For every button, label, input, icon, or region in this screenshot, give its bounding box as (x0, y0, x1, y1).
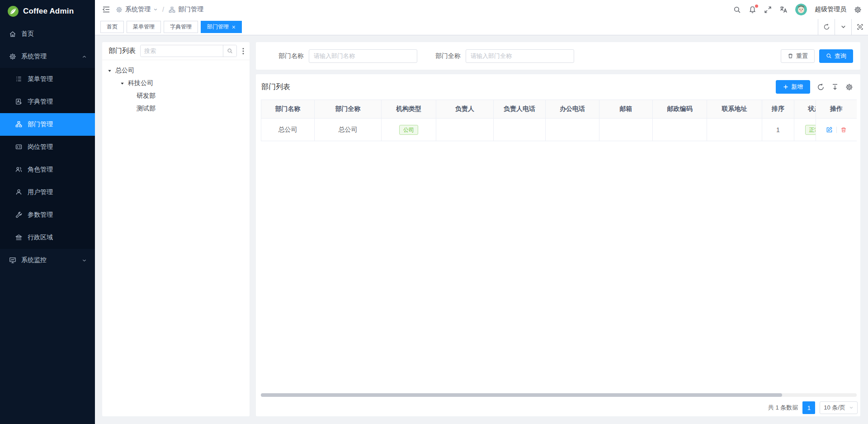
page-size-select[interactable]: 10 条/页 (820, 401, 858, 414)
app-title: Coffee Admin (23, 7, 74, 16)
sidebar-item-dept-mgmt[interactable]: 部门管理 (0, 113, 95, 136)
house-icon (9, 30, 16, 38)
horizontal-scrollbar[interactable] (261, 393, 857, 397)
chevron-up-icon (82, 54, 87, 59)
col-header: 部门全称 (315, 100, 382, 119)
sidebar-collapse-icon[interactable] (102, 5, 110, 14)
cell-sort: 1 (762, 119, 794, 141)
tabs-refresh-icon[interactable] (818, 19, 835, 35)
avatar[interactable] (795, 4, 807, 15)
export-icon[interactable] (831, 83, 839, 91)
col-header: 负责人 (436, 100, 494, 119)
tree-more-icon[interactable] (241, 47, 245, 56)
notification-badge (755, 5, 758, 8)
col-header: 邮箱 (599, 100, 653, 119)
cell-org-type: 公司 (382, 119, 436, 141)
column-settings-icon[interactable] (845, 83, 853, 91)
col-header: 邮政编码 (653, 100, 707, 119)
sidebar-item-label: 用户管理 (28, 188, 53, 196)
sidebar-item-label: 行政区域 (28, 233, 53, 242)
sidebar-item-menu-mgmt[interactable]: 菜单管理 (0, 68, 95, 91)
dept-name-input[interactable] (309, 49, 417, 63)
sidebar-item-home[interactable]: 首页 (0, 23, 95, 45)
tab-dict-mgmt[interactable]: 字典管理 (164, 21, 198, 33)
table-title: 部门列表 (261, 82, 290, 92)
cell-leader-phone (494, 119, 546, 141)
sidebar-item-post-mgmt[interactable]: 岗位管理 (0, 136, 95, 158)
sidebar-item-role-mgmt[interactable]: 角色管理 (0, 158, 95, 181)
tree-node-leaf[interactable]: 测试部 (104, 102, 248, 115)
sidebar-item-monitor[interactable]: 系统监控 (0, 249, 95, 272)
dept-fullname-label: 部门全称 (435, 52, 461, 60)
caret-down-icon[interactable] (108, 69, 112, 73)
trash-clear-icon (788, 53, 793, 59)
sidebar-item-label: 菜单管理 (28, 75, 53, 83)
dept-table-card: 部门列表 新增 (256, 74, 860, 416)
tab-menu-mgmt[interactable]: 菜单管理 (127, 21, 161, 33)
monitor-icon (9, 257, 16, 264)
leaf-logo-icon (7, 5, 19, 17)
horizontal-scrollbar-thumb[interactable] (261, 393, 782, 397)
sidebar-item-system[interactable]: 系统管理 (0, 45, 95, 68)
breadcrumb-item[interactable]: 系统管理 (125, 5, 151, 14)
dept-tree-panel: 部门列表 总公司 科技公司 研发部 (102, 42, 250, 416)
notification-bell-icon[interactable] (749, 6, 756, 14)
tree-node-leaf[interactable]: 研发部 (104, 90, 248, 102)
settings-gear-icon[interactable] (854, 6, 862, 14)
tab-bar: 首页 菜单管理 字典管理 部门管理 (95, 19, 868, 35)
col-header: 负责人电话 (494, 100, 546, 119)
chevron-down-icon (849, 405, 854, 410)
refresh-icon[interactable] (817, 83, 825, 91)
ops-col-header: 操作 (816, 100, 857, 119)
sidebar: Coffee Admin 首页 系统管理 菜单管理 字典管理 (0, 0, 95, 424)
fullscreen-icon[interactable] (764, 6, 772, 14)
sidebar-item-label: 首页 (21, 30, 34, 38)
ops-fixed-column: 操作 (816, 100, 857, 141)
sidebar-item-user-mgmt[interactable]: 用户管理 (0, 181, 95, 204)
breadcrumb-separator: / (160, 6, 166, 13)
tabs-dropdown-icon[interactable] (835, 19, 851, 35)
col-header: 排序 (762, 100, 794, 119)
dept-fullname-input[interactable] (466, 49, 574, 63)
chevron-down-icon (153, 7, 158, 12)
search-icon[interactable] (733, 6, 741, 14)
tree-search-button[interactable] (223, 45, 236, 57)
org-chart-icon (169, 6, 175, 13)
breadcrumb: 系统管理 / 部门管理 (116, 5, 203, 14)
sidebar-item-dict-mgmt[interactable]: 字典管理 (0, 91, 95, 113)
sidebar-item-region[interactable]: 行政区域 (0, 226, 95, 249)
sidebar-item-param-mgmt[interactable]: 参数管理 (0, 204, 95, 226)
tab-dept-mgmt[interactable]: 部门管理 (201, 21, 242, 33)
query-button[interactable]: 查询 (819, 49, 853, 63)
wrench-icon (15, 211, 23, 219)
cell-dept-name: 总公司 (261, 119, 315, 141)
col-header: 联系地址 (707, 100, 762, 119)
edit-icon[interactable] (826, 126, 833, 133)
sidebar-item-label: 部门管理 (28, 120, 53, 129)
app-logo[interactable]: Coffee Admin (0, 0, 95, 23)
tree-search-input[interactable] (141, 45, 223, 57)
roles-icon (15, 166, 23, 173)
dept-name-label: 部门名称 (278, 52, 304, 60)
page-1-button[interactable]: 1 (802, 401, 815, 414)
dictionary-icon (15, 98, 23, 105)
user-name[interactable]: 超级管理员 (815, 5, 846, 14)
caret-down-icon[interactable] (120, 81, 125, 86)
tab-home[interactable]: 首页 (100, 21, 124, 33)
delete-icon[interactable] (840, 127, 847, 133)
reset-button[interactable]: 重置 (781, 49, 815, 63)
tab-close-icon[interactable] (232, 25, 236, 29)
tree-node-root[interactable]: 总公司 (104, 64, 248, 77)
gear-icon (9, 53, 16, 60)
plus-icon (783, 84, 788, 90)
add-button[interactable]: 新增 (776, 80, 810, 94)
org-type-tag: 公司 (399, 125, 418, 135)
tree-node-child[interactable]: 科技公司 (104, 77, 248, 90)
content-maximize-icon[interactable] (851, 19, 868, 35)
pagination-total: 共 1 条数据 (768, 404, 798, 412)
tree-search-group (140, 45, 237, 57)
dept-table: 部门名称 部门全称 机构类型 负责人 负责人电话 办公电话 邮箱 邮政编码 联系… (261, 100, 857, 141)
menu-list-icon (15, 76, 23, 83)
translate-icon[interactable] (779, 5, 788, 14)
sidebar-item-label: 系统管理 (21, 52, 47, 61)
